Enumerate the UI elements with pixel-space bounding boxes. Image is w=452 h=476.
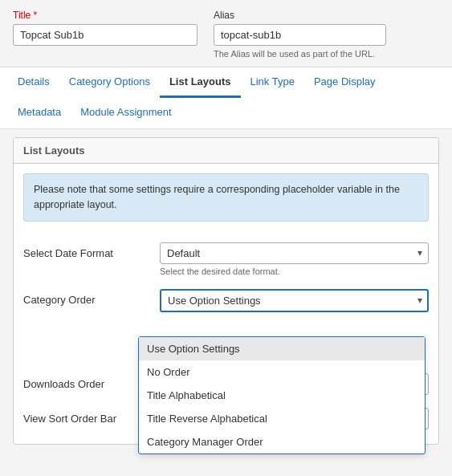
dropdown-item-no-order[interactable]: No Order [139, 360, 425, 384]
tab-link-type[interactable]: Link Type [241, 67, 304, 98]
content-area: List Layouts Please note that some setti… [0, 129, 452, 453]
category-order-select[interactable]: Use Option Settings [160, 289, 429, 312]
date-format-control: Default ▾ Select the desired date format… [160, 242, 429, 276]
tab-category-options[interactable]: Category Options [59, 67, 160, 98]
category-order-row: Category Order Use Option Settings ▾ [14, 283, 438, 319]
alias-input[interactable] [214, 24, 386, 46]
date-format-select[interactable]: Default [160, 242, 429, 264]
category-order-label: Category Order [23, 289, 152, 306]
dropdown-item-category-manager-order[interactable]: Category Manager Order [139, 430, 425, 454]
tab-metadata[interactable]: Metadata [8, 98, 71, 128]
tab-details[interactable]: Details [8, 67, 59, 98]
view-sort-label: View Sort Order Bar [23, 408, 152, 425]
date-format-hint: Select the desired date format. [160, 266, 429, 276]
title-input[interactable] [13, 24, 197, 46]
tab-module-assignment[interactable]: Module Assignment [71, 98, 181, 128]
top-form-section: Title * Alias The Alias will be used as … [0, 0, 452, 67]
title-field-group: Title * [13, 10, 197, 59]
alias-label: Alias [214, 10, 386, 21]
alias-hint: The Alias will be used as part of the UR… [214, 49, 386, 59]
downloads-order-label: Downloads Order [23, 373, 152, 390]
required-marker: * [34, 10, 38, 21]
title-label: Title * [13, 10, 197, 21]
panel-title: List Layouts [14, 138, 438, 164]
date-format-select-wrapper: Default ▾ [160, 242, 429, 264]
dropdown-item-title-alphabetical[interactable]: Title Alphabetical [139, 384, 425, 407]
notice-box: Please note that some settings require a… [23, 173, 429, 222]
category-order-dropdown: Use Option Settings No Order Title Alpha… [138, 336, 426, 454]
category-order-control: Use Option Settings ▾ [160, 289, 429, 312]
tab-page-display[interactable]: Page Display [304, 67, 385, 98]
date-format-label: Select Date Format [23, 242, 152, 259]
dropdown-item-title-reverse-alphabetical[interactable]: Title Reverse Alphabetical [139, 407, 425, 430]
alias-field-group: Alias The Alias will be used as part of … [214, 10, 386, 59]
tabs-bar: Details Category Options List Layouts Li… [0, 67, 452, 129]
date-format-row: Select Date Format Default ▾ Select the … [14, 236, 438, 283]
dropdown-item-use-option-settings[interactable]: Use Option Settings [139, 337, 425, 360]
category-order-select-wrapper: Use Option Settings ▾ [160, 289, 429, 312]
tab-list-layouts[interactable]: List Layouts [160, 67, 241, 98]
